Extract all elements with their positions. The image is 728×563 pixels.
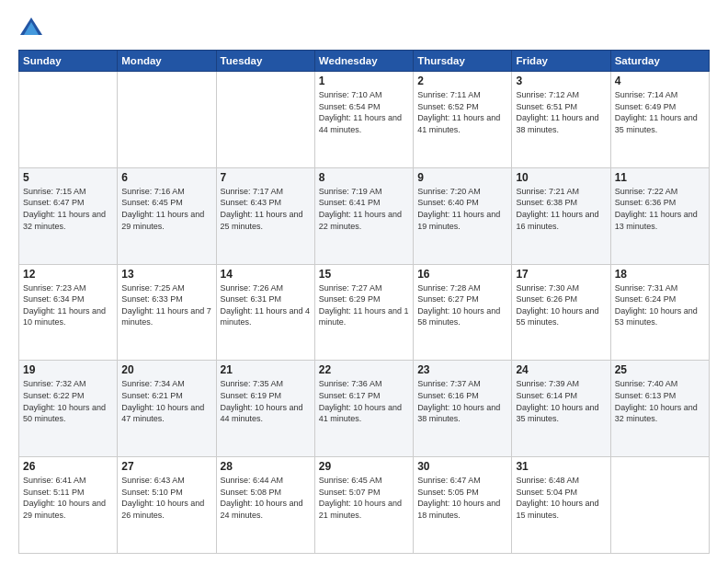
day-cell-20: 20Sunrise: 7:34 AM Sunset: 6:21 PM Dayli… xyxy=(118,361,216,457)
day-info: Sunrise: 7:25 AM Sunset: 6:33 PM Dayligh… xyxy=(121,282,211,328)
day-info: Sunrise: 7:37 AM Sunset: 6:16 PM Dayligh… xyxy=(417,378,507,424)
day-number: 6 xyxy=(121,171,211,184)
day-cell-6: 6Sunrise: 7:16 AM Sunset: 6:45 PM Daylig… xyxy=(118,167,216,264)
weekday-wednesday: Wednesday xyxy=(314,51,413,72)
day-info: Sunrise: 7:40 AM Sunset: 6:13 PM Dayligh… xyxy=(615,378,705,424)
day-info: Sunrise: 7:39 AM Sunset: 6:14 PM Dayligh… xyxy=(516,378,606,424)
day-info: Sunrise: 7:14 AM Sunset: 6:49 PM Dayligh… xyxy=(615,89,705,135)
day-info: Sunrise: 7:19 AM Sunset: 6:41 PM Dayligh… xyxy=(319,186,409,232)
day-info: Sunrise: 7:36 AM Sunset: 6:17 PM Dayligh… xyxy=(319,378,409,424)
day-number: 2 xyxy=(417,75,507,87)
logo xyxy=(18,15,48,40)
week-row-3: 12Sunrise: 7:23 AM Sunset: 6:34 PM Dayli… xyxy=(19,264,710,361)
day-cell-14: 14Sunrise: 7:26 AM Sunset: 6:31 PM Dayli… xyxy=(216,264,314,361)
day-cell-24: 24Sunrise: 7:39 AM Sunset: 6:14 PM Dayli… xyxy=(512,361,610,457)
logo-icon xyxy=(18,15,44,40)
day-number: 9 xyxy=(417,171,507,184)
day-cell-7: 7Sunrise: 7:17 AM Sunset: 6:43 PM Daylig… xyxy=(216,167,314,264)
day-info: Sunrise: 7:20 AM Sunset: 6:40 PM Dayligh… xyxy=(417,186,507,232)
day-info: Sunrise: 7:23 AM Sunset: 6:34 PM Dayligh… xyxy=(23,282,113,328)
day-number: 29 xyxy=(319,460,409,473)
day-cell-19: 19Sunrise: 7:32 AM Sunset: 6:22 PM Dayli… xyxy=(19,361,118,457)
day-info: Sunrise: 6:43 AM Sunset: 5:10 PM Dayligh… xyxy=(121,475,211,521)
day-info: Sunrise: 6:44 AM Sunset: 5:08 PM Dayligh… xyxy=(221,475,311,521)
day-cell-10: 10Sunrise: 7:21 AM Sunset: 6:38 PM Dayli… xyxy=(512,167,610,264)
empty-cell xyxy=(610,457,709,554)
day-info: Sunrise: 7:10 AM Sunset: 6:54 PM Dayligh… xyxy=(319,89,409,135)
day-cell-11: 11Sunrise: 7:22 AM Sunset: 6:36 PM Dayli… xyxy=(610,167,709,264)
day-cell-31: 31Sunrise: 6:48 AM Sunset: 5:04 PM Dayli… xyxy=(512,457,610,554)
weekday-thursday: Thursday xyxy=(414,51,512,72)
day-info: Sunrise: 7:16 AM Sunset: 6:45 PM Dayligh… xyxy=(121,186,211,232)
day-cell-27: 27Sunrise: 6:43 AM Sunset: 5:10 PM Dayli… xyxy=(118,457,216,554)
weekday-header-row: SundayMondayTuesdayWednesdayThursdayFrid… xyxy=(19,51,710,72)
day-info: Sunrise: 7:26 AM Sunset: 6:31 PM Dayligh… xyxy=(221,282,311,328)
week-row-1: 1Sunrise: 7:10 AM Sunset: 6:54 PM Daylig… xyxy=(19,72,710,168)
day-cell-25: 25Sunrise: 7:40 AM Sunset: 6:13 PM Dayli… xyxy=(610,361,709,457)
day-cell-15: 15Sunrise: 7:27 AM Sunset: 6:29 PM Dayli… xyxy=(314,264,413,361)
day-number: 16 xyxy=(417,268,507,281)
day-number: 25 xyxy=(615,363,705,376)
empty-cell xyxy=(216,72,314,168)
day-cell-28: 28Sunrise: 6:44 AM Sunset: 5:08 PM Dayli… xyxy=(216,457,314,554)
day-cell-22: 22Sunrise: 7:36 AM Sunset: 6:17 PM Dayli… xyxy=(314,361,413,457)
day-cell-4: 4Sunrise: 7:14 AM Sunset: 6:49 PM Daylig… xyxy=(610,72,709,168)
empty-cell xyxy=(118,72,216,168)
day-number: 1 xyxy=(319,75,409,87)
day-number: 13 xyxy=(121,268,211,281)
day-cell-26: 26Sunrise: 6:41 AM Sunset: 5:11 PM Dayli… xyxy=(19,457,118,554)
day-info: Sunrise: 7:30 AM Sunset: 6:26 PM Dayligh… xyxy=(516,282,606,328)
day-info: Sunrise: 7:32 AM Sunset: 6:22 PM Dayligh… xyxy=(23,378,113,424)
day-cell-21: 21Sunrise: 7:35 AM Sunset: 6:19 PM Dayli… xyxy=(216,361,314,457)
day-info: Sunrise: 7:28 AM Sunset: 6:27 PM Dayligh… xyxy=(417,282,507,328)
day-cell-1: 1Sunrise: 7:10 AM Sunset: 6:54 PM Daylig… xyxy=(314,72,413,168)
day-cell-29: 29Sunrise: 6:45 AM Sunset: 5:07 PM Dayli… xyxy=(314,457,413,554)
day-number: 21 xyxy=(221,363,311,376)
calendar-table: SundayMondayTuesdayWednesdayThursdayFrid… xyxy=(18,50,710,554)
day-number: 30 xyxy=(417,460,507,473)
day-cell-2: 2Sunrise: 7:11 AM Sunset: 6:52 PM Daylig… xyxy=(414,72,512,168)
day-info: Sunrise: 7:15 AM Sunset: 6:47 PM Dayligh… xyxy=(23,186,113,232)
day-number: 20 xyxy=(121,363,211,376)
day-number: 22 xyxy=(319,363,409,376)
day-number: 7 xyxy=(221,171,311,184)
day-number: 3 xyxy=(516,75,606,87)
day-number: 27 xyxy=(121,460,211,473)
weekday-saturday: Saturday xyxy=(610,51,709,72)
day-info: Sunrise: 7:34 AM Sunset: 6:21 PM Dayligh… xyxy=(121,378,211,424)
day-number: 11 xyxy=(615,171,705,184)
day-info: Sunrise: 6:48 AM Sunset: 5:04 PM Dayligh… xyxy=(516,475,606,521)
day-number: 23 xyxy=(417,363,507,376)
day-cell-17: 17Sunrise: 7:30 AM Sunset: 6:26 PM Dayli… xyxy=(512,264,610,361)
week-row-2: 5Sunrise: 7:15 AM Sunset: 6:47 PM Daylig… xyxy=(19,167,710,264)
weekday-tuesday: Tuesday xyxy=(216,51,314,72)
day-number: 26 xyxy=(23,460,113,473)
day-info: Sunrise: 7:17 AM Sunset: 6:43 PM Dayligh… xyxy=(221,186,311,232)
weekday-friday: Friday xyxy=(512,51,610,72)
day-cell-12: 12Sunrise: 7:23 AM Sunset: 6:34 PM Dayli… xyxy=(19,264,118,361)
day-cell-16: 16Sunrise: 7:28 AM Sunset: 6:27 PM Dayli… xyxy=(414,264,512,361)
day-number: 8 xyxy=(319,171,409,184)
day-number: 24 xyxy=(516,363,606,376)
day-cell-8: 8Sunrise: 7:19 AM Sunset: 6:41 PM Daylig… xyxy=(314,167,413,264)
day-cell-9: 9Sunrise: 7:20 AM Sunset: 6:40 PM Daylig… xyxy=(414,167,512,264)
day-cell-13: 13Sunrise: 7:25 AM Sunset: 6:33 PM Dayli… xyxy=(118,264,216,361)
page: SundayMondayTuesdayWednesdayThursdayFrid… xyxy=(0,0,728,563)
week-row-5: 26Sunrise: 6:41 AM Sunset: 5:11 PM Dayli… xyxy=(19,457,710,554)
day-number: 4 xyxy=(615,75,705,87)
day-info: Sunrise: 7:12 AM Sunset: 6:51 PM Dayligh… xyxy=(516,89,606,135)
day-info: Sunrise: 7:35 AM Sunset: 6:19 PM Dayligh… xyxy=(221,378,311,424)
day-info: Sunrise: 6:41 AM Sunset: 5:11 PM Dayligh… xyxy=(23,475,113,521)
day-number: 19 xyxy=(23,363,113,376)
header xyxy=(18,15,710,40)
day-number: 5 xyxy=(23,171,113,184)
weekday-monday: Monday xyxy=(118,51,216,72)
day-number: 10 xyxy=(516,171,606,184)
weekday-sunday: Sunday xyxy=(19,51,118,72)
day-info: Sunrise: 7:31 AM Sunset: 6:24 PM Dayligh… xyxy=(615,282,705,328)
day-cell-3: 3Sunrise: 7:12 AM Sunset: 6:51 PM Daylig… xyxy=(512,72,610,168)
day-number: 14 xyxy=(221,268,311,281)
day-info: Sunrise: 7:22 AM Sunset: 6:36 PM Dayligh… xyxy=(615,186,705,232)
day-info: Sunrise: 7:27 AM Sunset: 6:29 PM Dayligh… xyxy=(319,282,409,328)
day-info: Sunrise: 6:45 AM Sunset: 5:07 PM Dayligh… xyxy=(319,475,409,521)
